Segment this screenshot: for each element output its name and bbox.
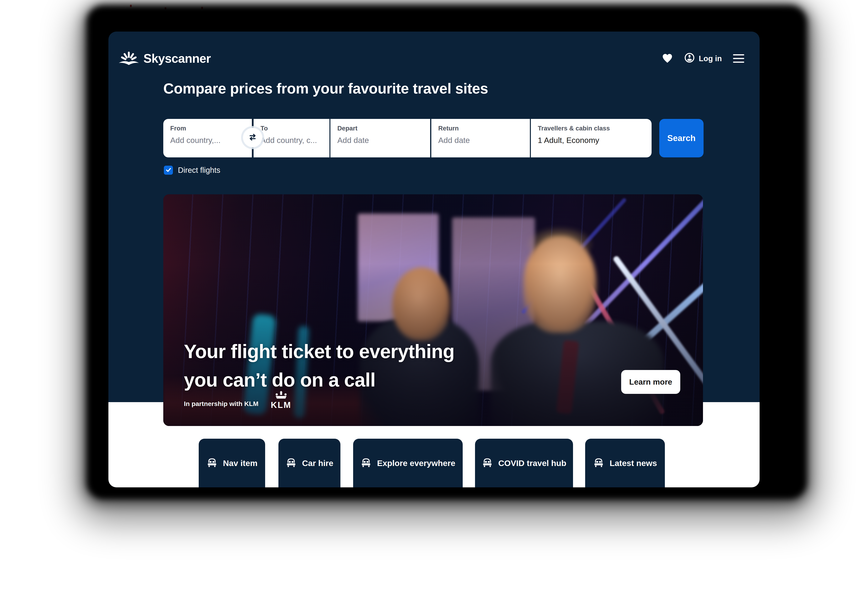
nav-card-nav-item[interactable]: Nav item (199, 439, 265, 487)
from-placeholder: Add country,... (170, 136, 248, 145)
bed-icon (207, 457, 217, 469)
direct-flights-checkbox[interactable] (164, 166, 173, 175)
hero-banner[interactable]: Your flight ticket to everything you can… (163, 194, 703, 426)
checkmark-icon (165, 167, 172, 174)
heart-icon[interactable] (662, 53, 673, 64)
account-icon (684, 52, 695, 65)
bed-icon (360, 457, 372, 469)
logo-wordmark: Skyscanner (144, 51, 211, 66)
partnership-text: In partnership with KLM (184, 400, 258, 410)
klm-wordmark: KLM (271, 400, 291, 410)
to-label: To (261, 125, 325, 132)
depart-placeholder: Add date (337, 136, 426, 145)
travellers-label: Travellers & cabin class (538, 125, 648, 132)
return-placeholder: Add date (438, 136, 526, 145)
bed-icon (286, 457, 297, 469)
swap-arrows-icon (247, 132, 258, 143)
nav-card-label: Car hire (302, 459, 333, 468)
swap-origin-destination-button[interactable] (243, 128, 262, 147)
return-label: Return (438, 125, 526, 132)
nav-card-label: Latest news (610, 459, 657, 468)
search-button[interactable]: Search (659, 119, 703, 157)
hero-title-line1: Your flight ticket to everything (184, 337, 454, 366)
return-field[interactable]: Return Add date (431, 119, 530, 157)
nav-card-explore-everywhere[interactable]: Explore everywhere (353, 439, 463, 487)
to-placeholder: Add country, c... (261, 136, 325, 145)
bed-icon (593, 457, 604, 469)
nav-card-covid-travel-hub[interactable]: COVID travel hub (475, 439, 573, 487)
crown-icon (273, 391, 289, 400)
from-label: From (170, 125, 248, 132)
skyscanner-window: Skyscanner Log in (108, 31, 760, 487)
depart-field[interactable]: Depart Add date (330, 119, 430, 157)
nav-card-label: Explore everywhere (377, 459, 455, 468)
travellers-value: 1 Adult, Economy (538, 136, 648, 145)
from-field[interactable]: From Add country,... (163, 119, 252, 157)
page-title: Compare prices from your favourite trave… (163, 80, 488, 97)
klm-logo: KLM (271, 391, 291, 410)
bed-icon (482, 457, 493, 469)
screenshot-canvas: Skyscanner Log in (0, 0, 868, 598)
sunrise-icon (118, 50, 140, 67)
direct-flights-toggle: Direct flights (164, 166, 220, 175)
hero-title-line2: you can’t do on a call (184, 366, 454, 394)
travellers-field[interactable]: Travellers & cabin class 1 Adult, Econom… (531, 119, 652, 157)
direct-flights-label: Direct flights (178, 166, 220, 175)
hamburger-icon[interactable] (733, 54, 744, 63)
nav-card-label: COVID travel hub (498, 459, 567, 468)
login-button[interactable]: Log in (684, 52, 722, 65)
nav-card-latest-news[interactable]: Latest news (585, 439, 665, 487)
to-field[interactable]: To Add country, c... (253, 119, 330, 157)
hero-title: Your flight ticket to everything you can… (184, 337, 454, 394)
login-label: Log in (699, 54, 722, 63)
header-actions: Log in (662, 43, 744, 74)
learn-more-button[interactable]: Learn more (621, 370, 680, 394)
depart-label: Depart (337, 125, 426, 132)
nav-card-label: Nav item (223, 459, 258, 468)
skyscanner-logo[interactable]: Skyscanner (118, 50, 211, 67)
nav-card-car-hire[interactable]: Car hire (279, 439, 340, 487)
hero-partnership: In partnership with KLM KLM (184, 391, 291, 410)
top-navigation-bar: Skyscanner Log in (108, 43, 760, 74)
